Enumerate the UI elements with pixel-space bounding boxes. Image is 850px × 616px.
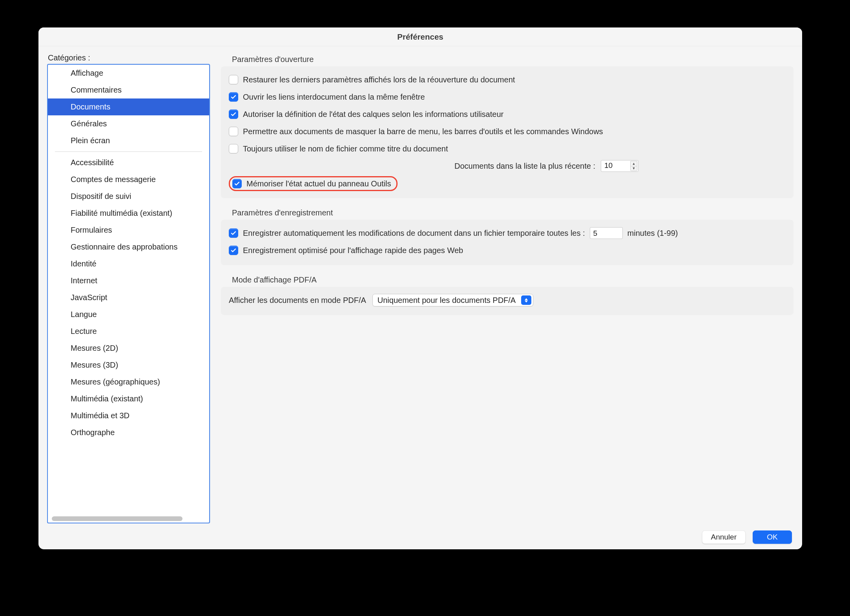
category-item[interactable]: Mesures (2D)	[48, 340, 209, 357]
category-item[interactable]: Accessibilité	[48, 154, 209, 171]
category-item[interactable]: Multimédia et 3D	[48, 407, 209, 424]
settings-panel: Paramètres d'ouverture Restaurer les der…	[221, 53, 793, 523]
open-settings-heading: Paramètres d'ouverture	[232, 55, 793, 64]
fast-web-view-label: Enregistrement optimisé pour l'affichage…	[243, 246, 463, 255]
dialog-footer: Annuler OK	[47, 523, 793, 544]
pdfa-mode-label: Afficher les documents en mode PDF/A	[229, 296, 366, 305]
cancel-button[interactable]: Annuler	[702, 530, 746, 544]
open-crossdoc-links-checkbox[interactable]	[229, 92, 238, 102]
categories-listbox[interactable]: AffichageCommentairesDocumentsGénéralesP…	[47, 64, 210, 523]
category-item[interactable]: Multimédia (existant)	[48, 390, 209, 407]
autosave-label: Enregistrer automatiquement les modifica…	[243, 229, 585, 238]
restore-last-settings-checkbox[interactable]	[229, 75, 238, 84]
categories-label: Catégories :	[47, 53, 210, 62]
category-item[interactable]: Fiabilité multimédia (existant)	[48, 205, 209, 222]
select-caret-icon	[521, 295, 531, 305]
restore-last-settings-label: Restaurer les derniers paramètres affich…	[243, 75, 515, 84]
allow-hide-menubar-checkbox[interactable]	[229, 127, 238, 136]
allow-hide-menubar-label: Permettre aux documents de masquer la ba…	[243, 127, 603, 136]
category-item[interactable]: Orthographe	[48, 424, 209, 441]
category-item[interactable]: Générales	[48, 115, 209, 132]
category-item[interactable]: Mesures (3D)	[48, 357, 209, 374]
highlight-annotation: Mémoriser l'état actuel du panneau Outil…	[229, 176, 398, 191]
autosave-minutes-unit: minutes (1-99)	[627, 229, 678, 238]
category-item[interactable]: Mesures (géographiques)	[48, 374, 209, 390]
open-settings-group: Restaurer les derniers paramètres affich…	[221, 66, 793, 198]
pdfa-heading: Mode d'affichage PDF/A	[232, 275, 793, 284]
category-item[interactable]: Gestionnaire des approbations	[48, 239, 209, 255]
remember-tools-pane-checkbox[interactable]	[232, 179, 242, 188]
window-title: Préférences	[397, 32, 443, 42]
category-item[interactable]: Documents	[48, 98, 209, 115]
filename-as-title-label: Toujours utiliser le nom de fichier comm…	[243, 144, 448, 153]
stepper-buttons[interactable]: ▲ ▼	[630, 161, 637, 171]
content-area: Catégories : AffichageCommentairesDocume…	[38, 46, 802, 549]
category-item[interactable]: Dispositif de suivi	[48, 188, 209, 205]
category-item[interactable]: Identité	[48, 255, 209, 272]
open-crossdoc-links-label: Ouvrir les liens interdocument dans la m…	[243, 93, 425, 102]
category-item[interactable]: Commentaires	[48, 82, 209, 98]
filename-as-title-checkbox[interactable]	[229, 144, 238, 153]
category-item[interactable]: Plein écran	[48, 132, 209, 149]
recent-docs-stepper[interactable]: 10 ▲ ▼	[601, 160, 638, 172]
pdfa-mode-select[interactable]: Uniquement pour les documents PDF/A	[372, 294, 533, 306]
allow-layer-state-checkbox[interactable]	[229, 109, 238, 119]
remember-tools-pane-label: Mémoriser l'état actuel du panneau Outil…	[246, 179, 391, 188]
category-item[interactable]: Internet	[48, 272, 209, 289]
pdfa-mode-value: Uniquement pour les documents PDF/A	[378, 296, 517, 305]
ok-button[interactable]: OK	[753, 530, 792, 544]
category-item[interactable]: JavaScript	[48, 289, 209, 306]
pdfa-group: Afficher les documents en mode PDF/A Uni…	[221, 287, 793, 315]
save-settings-heading: Paramètres d'enregistrement	[232, 208, 793, 217]
preferences-window: Préférences Catégories : AffichageCommen…	[38, 27, 802, 549]
recent-docs-value: 10	[604, 161, 613, 169]
save-settings-group: Enregistrer automatiquement les modifica…	[221, 220, 793, 265]
category-item[interactable]: Comptes de messagerie	[48, 171, 209, 188]
autosave-minutes-input[interactable]: 5	[590, 227, 623, 239]
main-area: Catégories : AffichageCommentairesDocume…	[47, 53, 793, 523]
titlebar: Préférences	[38, 27, 802, 46]
chevron-up-icon[interactable]: ▲	[630, 161, 637, 166]
recent-docs-label: Documents dans la liste la plus récente …	[454, 162, 595, 171]
autosave-checkbox[interactable]	[229, 228, 238, 238]
category-item[interactable]: Affichage	[48, 65, 209, 82]
category-item[interactable]: Formulaires	[48, 222, 209, 239]
allow-layer-state-label: Autoriser la définition de l'état des ca…	[243, 110, 503, 119]
category-item[interactable]: Langue	[48, 306, 209, 323]
chevron-down-icon[interactable]: ▼	[630, 166, 637, 171]
category-item[interactable]: Lecture	[48, 323, 209, 340]
sidebar: Catégories : AffichageCommentairesDocume…	[47, 53, 210, 523]
fast-web-view-checkbox[interactable]	[229, 246, 238, 255]
horizontal-scrollbar[interactable]	[52, 516, 204, 521]
